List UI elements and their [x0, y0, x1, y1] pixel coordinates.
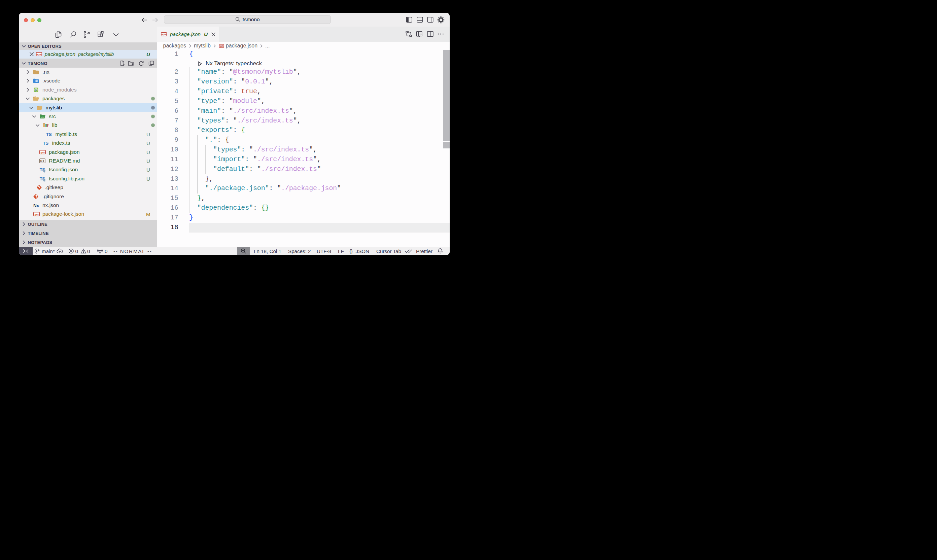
svg-text:npm: npm: [36, 53, 42, 56]
svg-text:N: N: [33, 203, 37, 208]
svg-text:</>: </>: [41, 116, 45, 118]
svg-text:npm: npm: [40, 151, 45, 154]
svg-text:js: js: [35, 89, 37, 91]
svg-text:npm: npm: [34, 213, 39, 216]
svg-text:x: x: [37, 204, 39, 208]
svg-text:M: M: [40, 160, 42, 163]
svg-text:npm: npm: [161, 33, 166, 36]
svg-text:npm: npm: [219, 45, 224, 48]
